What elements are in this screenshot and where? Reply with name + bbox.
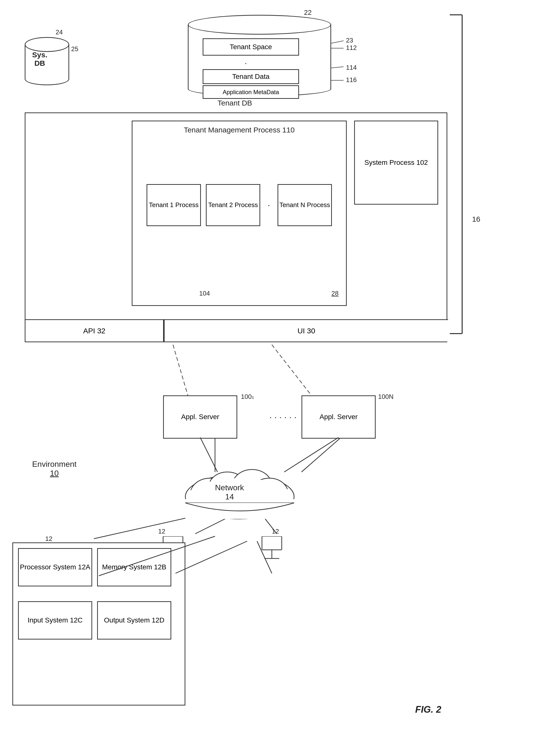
tenant1-process-box: Tenant 1 Process xyxy=(147,184,201,226)
svg-text:· · · · · ·: · · · · · · xyxy=(270,412,297,422)
svg-rect-27 xyxy=(262,536,282,550)
svg-line-7 xyxy=(173,345,188,395)
cyl-top xyxy=(188,15,331,35)
environment-label: Environment 10 xyxy=(32,459,77,478)
diagram-container: · · · · · · Tenant Space · Tenant Data A… xyxy=(0,0,560,749)
ref-16: 16 xyxy=(472,215,480,223)
app-metadata-box: Application MetaData xyxy=(203,85,299,99)
ref-12-b: 12 xyxy=(272,528,279,535)
system-process-box: System Process 102 xyxy=(354,121,438,205)
main-server-box: Application Setup Mechanism 38 Save Rout… xyxy=(25,112,447,342)
ref-116: 116 xyxy=(346,76,357,84)
svg-line-2 xyxy=(331,67,344,68)
ref-100-1: 100₁ xyxy=(241,393,254,401)
ref-23: 23 xyxy=(346,37,353,44)
input-system-box: Input System 12C xyxy=(18,601,92,640)
sys-db-cylinder: Sys. DB xyxy=(25,37,69,86)
ref-104: 104 xyxy=(199,290,210,298)
sys-db-text: Sys. DB xyxy=(32,51,47,67)
tenant-data-box: Tenant Data xyxy=(203,69,299,84)
tenantn-process-box: Tenant N Process xyxy=(278,184,332,226)
tenant-mgmt-title: Tenant Management Process 110 xyxy=(184,125,295,135)
tenant-db-label: Tenant DB xyxy=(217,99,252,107)
appl-server-right-box: Appl. Server xyxy=(302,395,375,438)
ref-25: 25 xyxy=(71,45,78,53)
tenant-mgmt-outer-box: Tenant Management Process 110 Tenant 1 P… xyxy=(132,121,347,306)
svg-line-0 xyxy=(331,41,344,43)
svg-line-10 xyxy=(302,437,341,472)
tenant2-process-box: Tenant 2 Process xyxy=(206,184,260,226)
ref-24: 24 xyxy=(56,28,63,36)
api-bar: API 32 xyxy=(25,319,164,342)
memory-system-box: Memory System 12B xyxy=(97,548,171,586)
client-system-outer-box: Processor System 12A Memory System 12B I… xyxy=(12,542,185,706)
tenant-db-cylinder: Tenant Space · Tenant Data Application M… xyxy=(188,15,331,99)
ref-28: 28 xyxy=(331,290,339,298)
output-system-box: Output System 12D xyxy=(97,601,171,640)
tenant-space-box: Tenant Space xyxy=(203,38,299,56)
client-device-2 xyxy=(259,536,284,569)
processor-system-box: Processor System 12A xyxy=(18,548,92,586)
ui-bar: UI 30 xyxy=(164,319,448,342)
tenant-dots: · xyxy=(245,58,247,68)
ref-12-a: 12 xyxy=(158,528,165,535)
network-label: Network 14 xyxy=(215,483,244,501)
sys-cyl-top xyxy=(25,37,69,52)
svg-line-8 xyxy=(272,345,311,395)
ref-114: 114 xyxy=(346,64,357,71)
ref-112: 112 xyxy=(346,44,357,52)
fig-label: FIG. 2 xyxy=(415,704,441,715)
ref-22: 22 xyxy=(304,9,311,17)
svg-line-31 xyxy=(175,541,247,573)
appl-server-left-box: Appl. Server xyxy=(163,395,237,438)
ref-12-system: 12 xyxy=(45,535,52,543)
tenant-dots-middle: · xyxy=(268,199,270,211)
ref-100-n: 100N xyxy=(378,393,393,401)
